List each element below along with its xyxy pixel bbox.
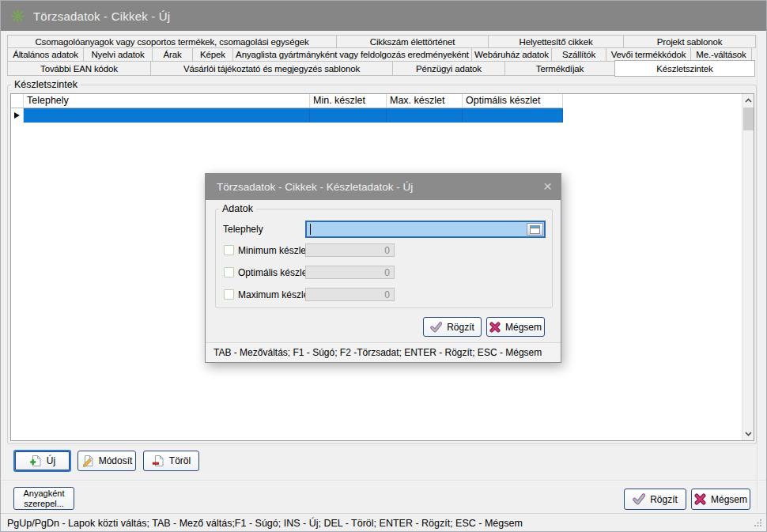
dialog-cancel-label: Mégsem [505,322,542,333]
delete-page-minus-icon [152,455,164,467]
footer-separator [1,480,766,481]
delete-button[interactable]: Töröl [143,451,199,471]
statusbar-text: PgUp/PgDn - Lapok közti váltás; TAB - Me… [7,518,523,529]
cell-min [310,108,387,123]
modify-button-label: Módosít [99,455,133,466]
optimalis-row: Optimális készlet [224,266,310,279]
tab-altalanos-adatok[interactable]: Általános adatok [7,47,84,62]
minimum-label[interactable]: Minimum készlet [238,245,308,256]
material-usage-label-line2: szerepel... [24,499,64,509]
cell-max [387,108,463,123]
telephely-field [305,221,546,238]
material-usage-label-line1: Anyagként [24,489,65,499]
maximum-input[interactable] [305,288,395,301]
tab-row-3: További EAN kódok Vásárlói tájékoztató é… [7,61,758,76]
grid-header-row: Telephely Min. készlet Max. készlet Opti… [11,94,754,108]
modify-button[interactable]: Módosít [77,451,136,471]
save-button-label: Rögzít [650,494,678,505]
maximum-checkbox[interactable] [224,289,234,300]
minimum-row: Minimum készlet [224,243,308,257]
dialog-statusbar-text: TAB - Mezőváltás; F1 - Súgó; F2 -Törzsad… [213,347,542,358]
table-row-selected[interactable] [11,108,754,123]
tab-csomagoloanyagok[interactable]: Csomagolóanyagok vagy csoportos termékek… [7,35,337,48]
telephely-row: Telephely [223,222,263,236]
optimalis-input[interactable] [305,266,395,279]
tab-projekt-sablonok[interactable]: Projekt sablonok [623,35,756,48]
scrollbar-thumb[interactable] [743,108,754,130]
optimalis-checkbox[interactable] [224,267,234,277]
dialog-title: Törzsadatok - Cikkek - Készletadatok - Ú… [217,181,413,193]
maximum-label[interactable]: Maximum készlet [238,289,312,300]
minimum-checkbox[interactable] [224,245,234,255]
tab-termekdijak[interactable]: Termékdíjak [504,61,615,76]
delete-button-label: Töröl [169,455,191,466]
tab-helyettesito-cikkek[interactable]: Helyettesítő cikkek [488,35,624,48]
window-title: Törzsadatok - Cikkek - Új [33,9,170,23]
tab-kepek[interactable]: Képek [192,47,233,62]
dialog-cancel-button[interactable]: Mégsem [486,317,545,337]
window-titlebar: Törzsadatok - Cikkek - Új [1,1,766,31]
dialog-titlebar: Törzsadatok - Cikkek - Készletadatok - Ú… [206,174,561,200]
telephely-label: Telephely [223,224,263,235]
tab-row-1: Csomagolóanyagok vagy csoportos termékek… [7,35,758,48]
new-page-plus-icon [29,455,42,467]
statusbar: PgUp/PgDn - Lapok közti váltás; TAB - Me… [1,513,766,532]
window-inner-edge [757,35,758,509]
column-header-min-keszlet: Min. készlet [310,94,387,108]
grid-vertical-scrollbar[interactable] [742,94,754,440]
save-button[interactable]: Rögzít [624,489,686,510]
cancel-button-label: Mégsem [711,494,747,505]
stocklevels-group-label: Készletszintek [11,79,81,90]
close-icon[interactable]: × [543,176,552,197]
tab-webaruhaz-adatok[interactable]: Webáruház adatok [471,47,552,62]
check-icon [430,322,442,333]
current-row-arrow-icon [14,112,20,119]
tab-anyaglista[interactable]: Anyaglista gyártmányként vagy feldolgozá… [232,47,472,62]
scroll-up-icon[interactable] [742,94,754,107]
tab-penzugyi-adatok[interactable]: Pénzügyi adatok [392,61,505,76]
tab-keszletszintek-active[interactable]: Készletszintek [614,60,755,77]
tab-szallitok[interactable]: Szállítók [551,47,606,62]
new-button[interactable]: Új [13,450,71,472]
window-lookup-icon [530,225,540,234]
new-button-label: Új [47,455,55,466]
material-usage-button[interactable]: Anyagként szerepel... [13,487,74,510]
optimalis-label[interactable]: Optimális készlet [238,267,310,278]
app-window: Törzsadatok - Cikkek - Új Csomagolóanyag… [0,0,767,532]
dialog-body: Adatok Telephely Minimum készlet [206,200,561,342]
tab-nyelvi-adatok[interactable]: Nyelvi adatok [83,47,153,62]
minimum-input[interactable] [305,243,395,257]
dialog-save-button[interactable]: Rögzít [423,317,482,337]
edit-pencil-icon [81,455,94,467]
app-flower-icon [11,9,25,23]
column-header-telephely: Telephely [24,94,310,108]
x-icon [489,322,501,333]
stockdata-dialog: Törzsadatok - Cikkek - Készletadatok - Ú… [205,173,561,363]
dialog-save-label: Rögzít [447,322,474,333]
tab-arak[interactable]: Árak [152,47,193,62]
adatok-group-label: Adatok [219,203,256,214]
check-icon [633,493,645,505]
tab-tovabbi-ean-kodok[interactable]: További EAN kódok [7,61,151,76]
telephely-lookup-button[interactable] [527,223,543,236]
resize-grip[interactable] [754,519,762,530]
column-header-selector [11,94,24,108]
cell-optimalis [463,108,563,123]
text-caret [310,224,311,235]
cancel-button[interactable]: Mégsem [691,489,750,510]
scroll-down-icon[interactable] [742,428,754,440]
column-header-optimalis-keszlet: Optimális készlet [463,94,563,108]
dialog-statusbar: TAB - Mezőváltás; F1 - Súgó; F2 -Törzsad… [206,342,561,362]
tab-vasarloi-tajekoztato[interactable]: Vásárlói tájékoztató és megjegyzés sablo… [150,61,393,76]
tab-cikkszam-elettortenet[interactable]: Cikkszám élettörténet [336,35,489,48]
maximum-row: Maximum készlet [224,288,312,301]
x-icon [694,493,706,505]
row-selector-cell [11,108,24,123]
cell-telephely [24,108,310,123]
column-header-max-keszlet: Max. készlet [387,94,463,108]
telephely-input[interactable] [307,222,544,236]
